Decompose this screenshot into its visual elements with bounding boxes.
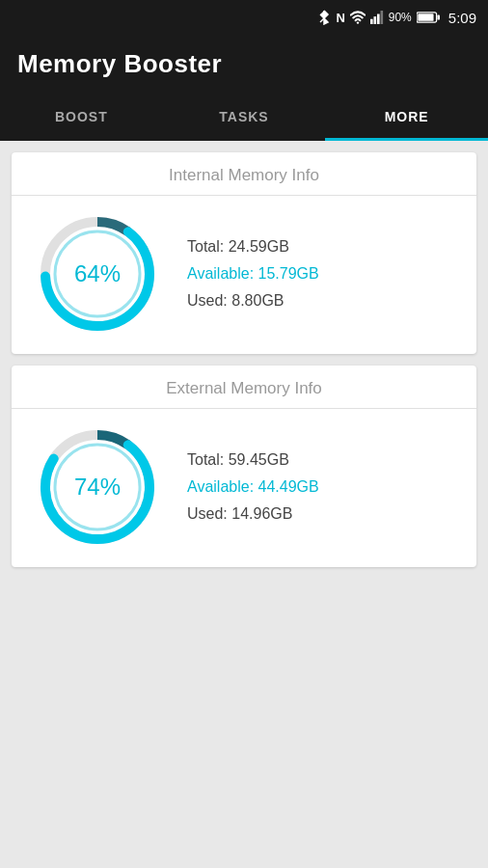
internal-total: Total: 24.59GB (187, 238, 319, 256)
svg-rect-5 (377, 14, 380, 25)
main-content: Internal Memory Info 64% Total: 24.59G (0, 141, 488, 579)
external-memory-info: Total: 59.45GB Available: 44.49GB Used: … (187, 451, 319, 523)
status-bar: N 90% 5:09 (0, 0, 488, 35)
svg-rect-8 (418, 14, 433, 21)
internal-memory-title: Internal Memory Info (12, 152, 476, 196)
wifi-icon (350, 11, 366, 24)
internal-memory-info: Total: 24.59GB Available: 15.79GB Used: … (187, 238, 319, 310)
battery-icon (417, 11, 440, 24)
internal-memory-body: 64% Total: 24.59GB Available: 15.79GB Us… (12, 211, 476, 337)
tab-more[interactable]: MORE (325, 95, 488, 141)
internal-available: Available: 15.79GB (187, 265, 319, 283)
svg-rect-4 (373, 16, 376, 24)
internal-memory-percent: 64% (74, 260, 121, 287)
external-used: Used: 14.96GB (187, 505, 319, 523)
internal-memory-circle: 64% (35, 211, 160, 337)
status-icons: N 90% 5:09 (317, 10, 476, 26)
app-title: Memory Booster (17, 49, 222, 79)
tab-boost[interactable]: BOOST (0, 95, 163, 141)
svg-point-2 (357, 21, 359, 23)
tab-tasks[interactable]: TASKS (163, 95, 326, 141)
external-memory-body: 74% Total: 59.45GB Available: 44.49GB Us… (12, 424, 476, 550)
svg-rect-6 (380, 11, 383, 24)
internal-memory-card: Internal Memory Info 64% Total: 24.59G (12, 152, 476, 354)
nfc-icon: N (336, 11, 344, 25)
battery-text: 90% (389, 11, 412, 24)
external-total: Total: 59.45GB (187, 451, 319, 469)
bluetooth-icon (317, 10, 331, 25)
external-memory-card: External Memory Info 74% Total: 59.45G (12, 366, 476, 567)
signal-icon (370, 11, 384, 24)
external-available: Available: 44.49GB (187, 478, 319, 496)
time-display: 5:09 (448, 10, 476, 26)
app-bar: Memory Booster (0, 35, 488, 93)
svg-rect-9 (437, 14, 440, 19)
tab-bar: BOOST TASKS MORE (0, 93, 488, 141)
external-memory-circle: 74% (35, 424, 160, 550)
internal-used: Used: 8.80GB (187, 292, 319, 310)
external-memory-percent: 74% (74, 474, 121, 501)
external-memory-title: External Memory Info (12, 366, 476, 409)
svg-rect-3 (370, 19, 373, 24)
